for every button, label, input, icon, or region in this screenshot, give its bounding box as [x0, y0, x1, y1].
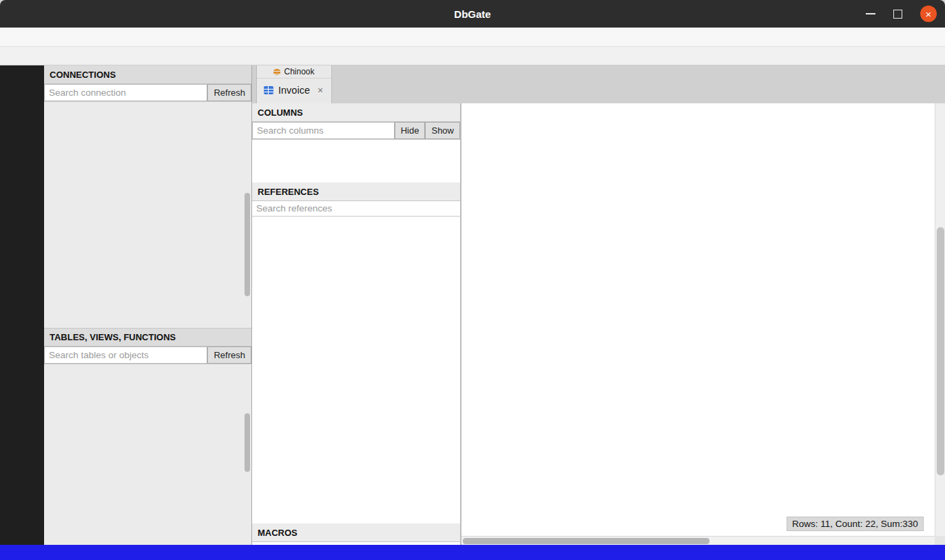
- tab-invoice[interactable]: Chinook Invoice ×: [256, 65, 332, 103]
- window-controls: ×: [866, 0, 937, 28]
- grid-horizontal-scrollbar[interactable]: [461, 536, 935, 545]
- hscroll-thumb[interactable]: [463, 538, 709, 544]
- columns-list: [252, 140, 460, 144]
- columns-search-row: Hide Show: [252, 122, 460, 140]
- middle-panel: COLUMNS Hide Show REFERENCES MACROS: [252, 103, 461, 545]
- references-header: REFERENCES: [252, 183, 460, 201]
- left-panel: CONNECTIONS Refresh TABLES, VIEWS, FUNCT…: [44, 65, 252, 545]
- tables-list: [44, 364, 251, 544]
- tab-main[interactable]: Invoice ×: [257, 79, 331, 102]
- left-rail: [0, 65, 44, 545]
- tables-panel-header: TABLES, VIEWS, FUNCTIONS: [44, 328, 251, 346]
- hide-button[interactable]: Hide: [395, 122, 426, 139]
- vscroll-thumb[interactable]: [937, 227, 944, 475]
- connections-refresh-button[interactable]: Refresh: [207, 84, 251, 101]
- selection-stats-tooltip: Rows: 11, Count: 22, Sum:330: [787, 517, 924, 531]
- columns-header: COLUMNS: [252, 103, 460, 122]
- references-search-row: [252, 201, 460, 217]
- data-grid: [461, 103, 935, 536]
- tab-group-text: Chinook: [284, 67, 314, 76]
- connections-list: [44, 102, 251, 328]
- statusbar: [0, 545, 945, 560]
- tables-search-row: Refresh: [44, 346, 251, 364]
- titlebar: DbGate ×: [0, 0, 945, 28]
- connections-scrollbar[interactable]: [245, 193, 250, 296]
- references-search-input[interactable]: [252, 201, 460, 216]
- connections-header: CONNECTIONS: [44, 65, 251, 84]
- minimize-button[interactable]: [866, 13, 875, 14]
- window-title: DbGate: [454, 8, 490, 20]
- database-icon: [273, 69, 280, 75]
- toolbar: [0, 47, 945, 65]
- grid-vertical-scrollbar[interactable]: [935, 103, 945, 536]
- tab-close-icon[interactable]: ×: [318, 85, 323, 96]
- scrollbar-corner: [935, 536, 945, 545]
- tables-scrollbar[interactable]: [245, 413, 250, 472]
- connections-search-row: Refresh: [44, 84, 251, 102]
- maximize-button[interactable]: [893, 10, 902, 19]
- dbgate-window: DbGate × CONNECTIONS Refresh TABLES, VIE…: [0, 0, 945, 560]
- macros-header: MACROS: [252, 523, 460, 542]
- table-icon: [264, 86, 273, 94]
- tables-refresh-button[interactable]: Refresh: [207, 346, 251, 364]
- tab-label: Invoice: [278, 85, 310, 96]
- connection-search-input[interactable]: [44, 84, 207, 101]
- tables-search-input[interactable]: [44, 346, 207, 364]
- menubar: [0, 28, 945, 47]
- show-button[interactable]: Show: [425, 122, 460, 139]
- tab-strip: Chinook Invoice ×: [252, 65, 945, 103]
- close-button[interactable]: ×: [920, 6, 937, 22]
- tab-group-label: Chinook: [257, 65, 331, 79]
- columns-search-input[interactable]: [252, 122, 395, 139]
